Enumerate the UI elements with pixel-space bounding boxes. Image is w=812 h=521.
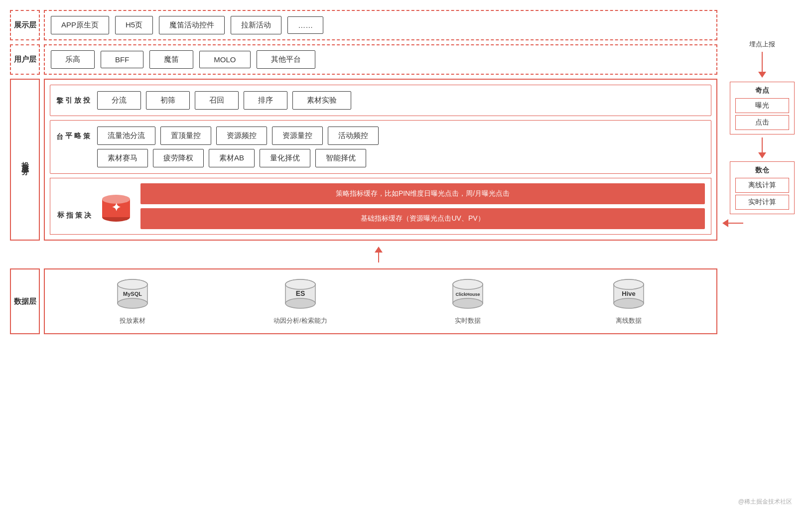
mid-arrow-head <box>758 152 766 158</box>
strategy-item-0: 流量池分流 <box>97 127 155 145</box>
strategy-item-7: 素材AB <box>209 149 255 167</box>
engine-content: 分流 初筛 召回 排序 素材实验 <box>97 91 705 110</box>
strategy-item-9: 智能择优 <box>315 149 366 167</box>
engine-item-2: 召回 <box>195 91 239 110</box>
display-item-1: H5页 <box>115 16 153 34</box>
svg-text:MySQL: MySQL <box>123 291 142 297</box>
svg-point-11 <box>285 298 315 308</box>
strategy-item-1: 置顶量控 <box>160 127 211 145</box>
db-clickhouse: ClickHouse 实时数据 <box>448 277 488 325</box>
report-label: 埋点上报 <box>749 40 775 49</box>
engine-row: 分流 初筛 召回 排序 素材实验 <box>97 91 705 110</box>
tofang-content: 投放引擎 分流 初筛 召回 排序 素材实验 <box>44 79 717 241</box>
datacang-item-1: 实时计算 <box>735 195 789 210</box>
left-arrow-line <box>728 223 743 224</box>
report-section: 埋点上报 <box>749 40 775 78</box>
right-panel-inner: 埋点上报 奇点 曝光 点击 <box>722 10 802 334</box>
svg-point-12 <box>285 279 315 289</box>
decision-bar2: 基础指标缓存（资源曝光点击UV、PV） <box>140 208 705 229</box>
display-layer: 展示层 APP原生页 H5页 魔笛活动控件 拉新活动 …… <box>10 10 717 40</box>
display-item-4: …… <box>287 16 323 34</box>
qidian-section: 奇点 曝光 点击 <box>730 82 795 134</box>
display-layer-label: 展示层 <box>10 10 40 40</box>
decision-label: 决策指标 <box>56 206 92 207</box>
qidian-title: 奇点 <box>735 86 789 95</box>
svg-text:ES: ES <box>295 289 305 297</box>
svg-point-7 <box>118 279 147 289</box>
engine-item-0: 分流 <box>97 91 141 110</box>
user-item-2: 魔笛 <box>149 50 193 69</box>
display-layer-content: APP原生页 H5页 魔笛活动控件 拉新活动 …… <box>44 10 717 40</box>
user-layer-content: 乐高 BFF 魔笛 MOLO 其他平台 <box>44 44 717 75</box>
svg-point-6 <box>118 298 147 308</box>
strategy-item-5: 素材赛马 <box>97 149 148 167</box>
engine-item-1: 初筛 <box>146 91 190 110</box>
user-layer-label: 用户层 <box>10 44 40 75</box>
right-panel: 埋点上报 奇点 曝光 点击 <box>722 10 802 334</box>
up-arrow-line <box>378 253 379 262</box>
data-layer-content: MySQL 投放素材 ES 动因分析/检索能力 <box>44 268 717 334</box>
svg-point-17 <box>453 279 483 289</box>
user-item-4: 其他平台 <box>257 50 315 69</box>
strategy-item-4: 活动频控 <box>328 127 379 145</box>
svg-text:ClickHouse: ClickHouse <box>456 292 480 297</box>
strategy-item-3: 资源量控 <box>272 127 323 145</box>
display-item-0: APP原生页 <box>51 16 109 34</box>
data-layer-label: 数据层 <box>10 268 40 334</box>
db-mysql: MySQL 投放素材 <box>113 277 152 325</box>
up-arrow-container <box>10 245 717 264</box>
engine-item-4: 素材实验 <box>292 91 351 110</box>
left-arrow <box>722 219 743 227</box>
mysql-desc: 投放素材 <box>120 316 145 325</box>
up-arrow <box>375 247 383 262</box>
svg-point-22 <box>614 279 644 289</box>
strategy-row2: 素材赛马 疲劳降权 素材AB 量化择优 智能择优 <box>97 149 705 167</box>
decision-bars: 策略指标缓存，比如PIN维度日曝光点击，周/月曝光点击 基础指标缓存（资源曝光点… <box>140 183 705 229</box>
datacang-title: 数仓 <box>735 166 789 175</box>
strategy-section: 策略平台 流量池分流 置顶量控 资源频控 资源量控 活动频控 素材赛马 <box>50 120 711 174</box>
user-item-1: BFF <box>101 51 143 68</box>
strategy-item-8: 量化择优 <box>260 149 310 167</box>
redis-icon-container: ✦ <box>100 190 133 223</box>
db-es: ES 动因分析/检索能力 <box>273 277 327 325</box>
qidian-item-0: 曝光 <box>735 98 789 113</box>
engine-label: 投放引擎 <box>55 91 91 110</box>
strategy-row1: 流量池分流 置顶量控 资源频控 资源量控 活动频控 <box>97 127 705 145</box>
redis-icon: ✦ <box>100 190 133 223</box>
qidian-item-1: 点击 <box>735 115 789 130</box>
data-layer: 数据层 MySQL 投放素材 <box>10 268 717 334</box>
datacang-section: 数仓 离线计算 实时计算 <box>730 161 795 214</box>
svg-text:✦: ✦ <box>112 201 121 214</box>
tofang-label: 投放服务 <box>10 79 40 241</box>
mid-arrow-line <box>762 137 763 152</box>
es-cylinder-icon: ES <box>280 277 320 312</box>
user-item-3: MOLO <box>199 51 250 68</box>
decision-bar1: 策略指标缓存，比如PIN维度日曝光点击，周/月曝光点击 <box>140 183 705 204</box>
user-layer: 用户层 乐高 BFF 魔笛 MOLO 其他平台 <box>10 44 717 75</box>
left-arrow-head <box>722 219 728 227</box>
engine-section: 投放引擎 分流 初筛 召回 排序 素材实验 <box>50 85 711 116</box>
watermark: @稀土掘金技术社区 <box>738 498 792 506</box>
report-arrow-line <box>762 52 763 72</box>
strategy-label: 策略平台 <box>55 127 91 167</box>
svg-text:Hive: Hive <box>622 290 635 297</box>
db-hive: Hive 离线数据 <box>609 277 649 325</box>
display-item-3: 拉新活动 <box>231 16 281 34</box>
report-arrow <box>758 52 766 78</box>
clickhouse-cylinder-icon: ClickHouse <box>448 277 488 312</box>
display-item-2: 魔笛活动控件 <box>159 16 225 34</box>
mysql-cylinder-icon: MySQL <box>113 277 152 312</box>
hive-desc: 离线数据 <box>616 316 642 325</box>
strategy-item-2: 资源频控 <box>216 127 267 145</box>
decision-section: 决策指标 ✦ <box>50 178 711 235</box>
datacang-item-0: 离线计算 <box>735 178 789 193</box>
strategy-item-6: 疲劳降权 <box>153 149 204 167</box>
svg-point-21 <box>614 298 644 308</box>
mid-arrow <box>758 137 766 158</box>
strategy-content: 流量池分流 置顶量控 资源频控 资源量控 活动频控 素材赛马 疲劳降权 素材AB… <box>97 127 705 167</box>
es-desc: 动因分析/检索能力 <box>273 316 327 325</box>
up-arrow-head <box>375 247 383 253</box>
report-arrow-head <box>758 72 766 78</box>
engine-item-3: 排序 <box>244 91 287 110</box>
hive-cylinder-icon: Hive <box>609 277 649 312</box>
